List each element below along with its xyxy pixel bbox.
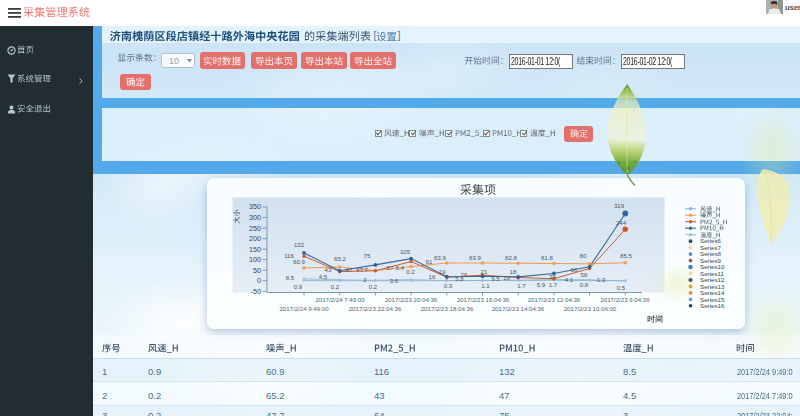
svg-text:50: 50 (253, 266, 261, 275)
svg-text:65.2: 65.2 (334, 255, 346, 262)
svg-text:2017/2/23 6:04:36: 2017/2/23 6:04:36 (600, 296, 650, 303)
svg-text:85.5: 85.5 (620, 252, 632, 259)
svg-text:83.9: 83.9 (434, 254, 446, 261)
svg-text:4.5: 4.5 (319, 273, 328, 280)
svg-text:21: 21 (481, 268, 488, 275)
svg-text:83.9: 83.9 (469, 254, 481, 261)
svg-text:0: 0 (257, 276, 261, 285)
svg-text:47: 47 (346, 266, 353, 273)
svg-text:0.2: 0.2 (369, 283, 378, 290)
svg-text:58: 58 (581, 271, 588, 278)
svg-text:18: 18 (510, 268, 517, 275)
svg-text:-1.3: -1.3 (595, 276, 606, 283)
svg-text:2017/2/23 12:04:36: 2017/2/23 12:04:36 (528, 296, 581, 303)
svg-text:2017/2/23 16:04:36: 2017/2/23 16:04:36 (457, 296, 510, 303)
svg-text:2017/2/24 7:49:00: 2017/2/24 7:49:00 (315, 296, 365, 303)
svg-text:2017/2/23 14:04:36: 2017/2/23 14:04:36 (492, 305, 545, 312)
svg-text:82.8: 82.8 (505, 254, 517, 261)
svg-text:81.8: 81.8 (541, 254, 553, 261)
svg-text:91: 91 (426, 258, 433, 265)
svg-text:132: 132 (294, 241, 305, 248)
svg-text:66: 66 (571, 266, 578, 273)
svg-text:80: 80 (580, 252, 587, 259)
svg-text:3.6: 3.6 (390, 277, 399, 284)
svg-text:1.7: 1.7 (517, 282, 526, 289)
svg-text:4.1: 4.1 (565, 276, 574, 283)
svg-text:75: 75 (364, 252, 371, 259)
svg-text:5.4: 5.4 (396, 264, 405, 271)
svg-text:67: 67 (387, 264, 394, 271)
svg-text:2017/2/24 9:49:00: 2017/2/24 9:49:00 (279, 305, 329, 312)
svg-text:34: 34 (549, 273, 556, 280)
svg-text:19: 19 (439, 268, 446, 275)
svg-text:200: 200 (249, 234, 261, 243)
svg-text:2017/2/23 10:06:00: 2017/2/23 10:06:00 (564, 305, 617, 312)
svg-text:0.9: 0.9 (294, 283, 303, 290)
svg-text:2017/2/23 22:04:36: 2017/2/23 22:04:36 (349, 305, 402, 312)
svg-text:319: 319 (614, 202, 625, 209)
svg-text:5.9: 5.9 (537, 281, 546, 288)
svg-text:350: 350 (249, 202, 261, 211)
svg-text:-50: -50 (251, 287, 261, 296)
svg-text:1.1: 1.1 (481, 282, 490, 289)
svg-text:16: 16 (429, 273, 436, 280)
svg-text:105: 105 (400, 248, 411, 255)
svg-text:1.7: 1.7 (549, 281, 558, 288)
svg-text:100: 100 (249, 255, 261, 264)
svg-text:0.2: 0.2 (406, 268, 415, 275)
svg-text:150: 150 (249, 245, 261, 254)
svg-text:0.8: 0.8 (580, 281, 589, 288)
svg-text:19: 19 (503, 274, 510, 281)
svg-text:0.5: 0.5 (617, 284, 626, 291)
svg-text:250: 250 (249, 224, 261, 233)
svg-text:2017/2/23 20:04:36: 2017/2/23 20:04:36 (385, 296, 438, 303)
svg-text:244: 244 (616, 219, 627, 226)
svg-text:2017/2/23 18:04:36: 2017/2/23 18:04:36 (421, 305, 474, 312)
svg-text:47.7: 47.7 (356, 266, 368, 273)
svg-text:Series16: Series16 (700, 302, 725, 309)
svg-text:0.2: 0.2 (331, 283, 340, 290)
svg-text:60.9: 60.9 (293, 258, 305, 265)
svg-text:9.5: 9.5 (491, 275, 500, 282)
svg-text:0.3: 0.3 (444, 282, 453, 289)
svg-text:8.5: 8.5 (286, 274, 295, 281)
svg-text:300: 300 (249, 213, 261, 222)
svg-text:26: 26 (461, 271, 468, 278)
